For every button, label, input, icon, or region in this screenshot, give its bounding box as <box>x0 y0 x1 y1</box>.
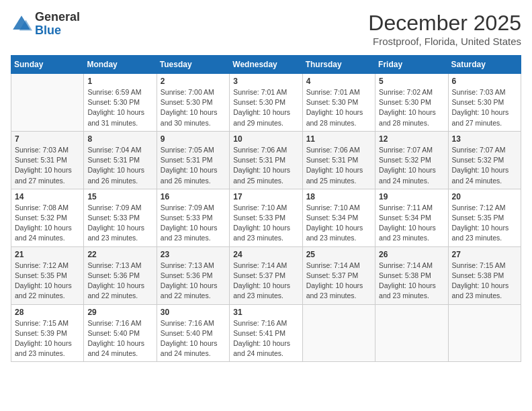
calendar-header-saturday: Saturday <box>448 56 521 74</box>
day-number: 2 <box>161 77 226 86</box>
day-number: 22 <box>87 250 152 259</box>
day-info: Sunrise: 7:07 AM Sunset: 5:32 PM Dayligh… <box>452 145 517 186</box>
calendar: SundayMondayTuesdayWednesdayThursdayFrid… <box>11 55 521 362</box>
month-title: December 2025 <box>368 11 521 36</box>
calendar-cell: 12Sunrise: 7:07 AM Sunset: 5:32 PM Dayli… <box>375 131 448 189</box>
day-number: 10 <box>233 134 298 144</box>
title-block: December 2025 Frostproof, Florida, Unite… <box>368 11 521 47</box>
calendar-cell: 28Sunrise: 7:15 AM Sunset: 5:39 PM Dayli… <box>11 304 84 362</box>
day-number: 16 <box>161 192 226 201</box>
day-info: Sunrise: 7:03 AM Sunset: 5:31 PM Dayligh… <box>15 145 80 186</box>
calendar-cell: 6Sunrise: 7:03 AM Sunset: 5:30 PM Daylig… <box>448 74 521 132</box>
calendar-week-row: 21Sunrise: 7:12 AM Sunset: 5:35 PM Dayli… <box>11 246 521 304</box>
day-info: Sunrise: 7:03 AM Sunset: 5:30 PM Dayligh… <box>452 87 517 128</box>
day-info: Sunrise: 7:14 AM Sunset: 5:37 PM Dayligh… <box>306 261 371 302</box>
day-number: 29 <box>87 308 152 317</box>
calendar-cell: 30Sunrise: 7:16 AM Sunset: 5:40 PM Dayli… <box>157 304 229 362</box>
day-info: Sunrise: 7:04 AM Sunset: 5:31 PM Dayligh… <box>87 145 152 186</box>
day-number: 8 <box>87 134 152 144</box>
calendar-cell: 16Sunrise: 7:09 AM Sunset: 5:33 PM Dayli… <box>157 189 229 246</box>
day-number: 1 <box>87 77 152 86</box>
calendar-header-row: SundayMondayTuesdayWednesdayThursdayFrid… <box>11 56 521 74</box>
calendar-header-friday: Friday <box>375 56 448 74</box>
day-number: 31 <box>233 308 298 317</box>
calendar-header-sunday: Sunday <box>11 56 84 74</box>
day-number: 23 <box>161 250 226 259</box>
day-info: Sunrise: 7:16 AM Sunset: 5:40 PM Dayligh… <box>161 318 226 359</box>
day-info: Sunrise: 7:16 AM Sunset: 5:40 PM Dayligh… <box>87 318 152 359</box>
page-header: General Blue December 2025 Frostproof, F… <box>11 11 521 47</box>
day-number: 3 <box>233 77 298 86</box>
day-number: 4 <box>306 77 371 86</box>
calendar-cell: 17Sunrise: 7:10 AM Sunset: 5:33 PM Dayli… <box>230 189 302 246</box>
calendar-cell: 10Sunrise: 7:06 AM Sunset: 5:31 PM Dayli… <box>230 131 302 189</box>
day-info: Sunrise: 7:14 AM Sunset: 5:38 PM Dayligh… <box>379 261 444 302</box>
calendar-cell: 25Sunrise: 7:14 AM Sunset: 5:37 PM Dayli… <box>302 246 375 304</box>
day-number: 6 <box>452 77 517 86</box>
day-number: 28 <box>15 308 80 317</box>
day-info: Sunrise: 7:12 AM Sunset: 5:35 PM Dayligh… <box>15 261 80 302</box>
calendar-cell: 14Sunrise: 7:08 AM Sunset: 5:32 PM Dayli… <box>11 189 84 246</box>
calendar-cell: 13Sunrise: 7:07 AM Sunset: 5:32 PM Dayli… <box>448 131 521 189</box>
day-info: Sunrise: 7:13 AM Sunset: 5:36 PM Dayligh… <box>161 261 226 302</box>
day-number: 9 <box>161 134 226 144</box>
day-number: 26 <box>379 250 444 259</box>
day-number: 20 <box>452 192 517 201</box>
calendar-week-row: 14Sunrise: 7:08 AM Sunset: 5:32 PM Dayli… <box>11 189 521 246</box>
calendar-cell <box>448 304 521 362</box>
day-info: Sunrise: 7:09 AM Sunset: 5:33 PM Dayligh… <box>161 203 226 244</box>
day-info: Sunrise: 7:12 AM Sunset: 5:35 PM Dayligh… <box>452 203 517 244</box>
day-number: 21 <box>15 250 80 259</box>
day-info: Sunrise: 7:06 AM Sunset: 5:31 PM Dayligh… <box>233 145 298 186</box>
day-number: 15 <box>87 192 152 201</box>
calendar-cell: 24Sunrise: 7:14 AM Sunset: 5:37 PM Dayli… <box>230 246 302 304</box>
calendar-header-wednesday: Wednesday <box>230 56 302 74</box>
calendar-cell: 2Sunrise: 7:00 AM Sunset: 5:30 PM Daylig… <box>157 74 229 132</box>
calendar-header-monday: Monday <box>84 56 157 74</box>
day-info: Sunrise: 7:00 AM Sunset: 5:30 PM Dayligh… <box>161 87 226 128</box>
calendar-cell: 5Sunrise: 7:02 AM Sunset: 5:30 PM Daylig… <box>375 74 448 132</box>
day-info: Sunrise: 7:05 AM Sunset: 5:31 PM Dayligh… <box>161 145 226 186</box>
calendar-cell: 7Sunrise: 7:03 AM Sunset: 5:31 PM Daylig… <box>11 131 84 189</box>
day-info: Sunrise: 7:08 AM Sunset: 5:32 PM Dayligh… <box>15 203 80 244</box>
logo: General Blue <box>11 11 80 38</box>
calendar-cell: 22Sunrise: 7:13 AM Sunset: 5:36 PM Dayli… <box>84 246 157 304</box>
day-info: Sunrise: 7:15 AM Sunset: 5:38 PM Dayligh… <box>452 261 517 302</box>
calendar-cell: 31Sunrise: 7:16 AM Sunset: 5:41 PM Dayli… <box>230 304 302 362</box>
day-number: 25 <box>306 250 371 259</box>
calendar-cell: 19Sunrise: 7:11 AM Sunset: 5:34 PM Dayli… <box>375 189 448 246</box>
day-number: 5 <box>379 77 444 86</box>
day-number: 24 <box>233 250 298 259</box>
day-info: Sunrise: 6:59 AM Sunset: 5:30 PM Dayligh… <box>87 87 152 128</box>
day-number: 30 <box>161 308 226 317</box>
logo-general: General <box>35 10 80 24</box>
calendar-cell: 15Sunrise: 7:09 AM Sunset: 5:33 PM Dayli… <box>84 189 157 246</box>
calendar-cell: 21Sunrise: 7:12 AM Sunset: 5:35 PM Dayli… <box>11 246 84 304</box>
day-info: Sunrise: 7:13 AM Sunset: 5:36 PM Dayligh… <box>87 261 152 302</box>
day-number: 13 <box>452 134 517 144</box>
day-info: Sunrise: 7:01 AM Sunset: 5:30 PM Dayligh… <box>306 87 371 128</box>
calendar-cell: 11Sunrise: 7:06 AM Sunset: 5:31 PM Dayli… <box>302 131 375 189</box>
day-number: 18 <box>306 192 371 201</box>
day-info: Sunrise: 7:14 AM Sunset: 5:37 PM Dayligh… <box>233 261 298 302</box>
day-info: Sunrise: 7:11 AM Sunset: 5:34 PM Dayligh… <box>379 203 444 244</box>
day-info: Sunrise: 7:01 AM Sunset: 5:30 PM Dayligh… <box>233 87 298 128</box>
day-number: 7 <box>15 134 80 144</box>
day-info: Sunrise: 7:16 AM Sunset: 5:41 PM Dayligh… <box>233 318 298 359</box>
location: Frostproof, Florida, United States <box>368 36 521 47</box>
calendar-cell: 18Sunrise: 7:10 AM Sunset: 5:34 PM Dayli… <box>302 189 375 246</box>
day-info: Sunrise: 7:10 AM Sunset: 5:33 PM Dayligh… <box>233 203 298 244</box>
day-info: Sunrise: 7:15 AM Sunset: 5:39 PM Dayligh… <box>15 318 80 359</box>
calendar-cell: 1Sunrise: 6:59 AM Sunset: 5:30 PM Daylig… <box>84 74 157 132</box>
calendar-cell: 3Sunrise: 7:01 AM Sunset: 5:30 PM Daylig… <box>230 74 302 132</box>
calendar-cell: 4Sunrise: 7:01 AM Sunset: 5:30 PM Daylig… <box>302 74 375 132</box>
day-number: 27 <box>452 250 517 259</box>
day-number: 12 <box>379 134 444 144</box>
calendar-cell <box>11 74 84 132</box>
calendar-cell: 20Sunrise: 7:12 AM Sunset: 5:35 PM Dayli… <box>448 189 521 246</box>
calendar-cell: 23Sunrise: 7:13 AM Sunset: 5:36 PM Dayli… <box>157 246 229 304</box>
calendar-cell: 8Sunrise: 7:04 AM Sunset: 5:31 PM Daylig… <box>84 131 157 189</box>
day-number: 17 <box>233 192 298 201</box>
calendar-week-row: 1Sunrise: 6:59 AM Sunset: 5:30 PM Daylig… <box>11 74 521 132</box>
calendar-cell: 9Sunrise: 7:05 AM Sunset: 5:31 PM Daylig… <box>157 131 229 189</box>
